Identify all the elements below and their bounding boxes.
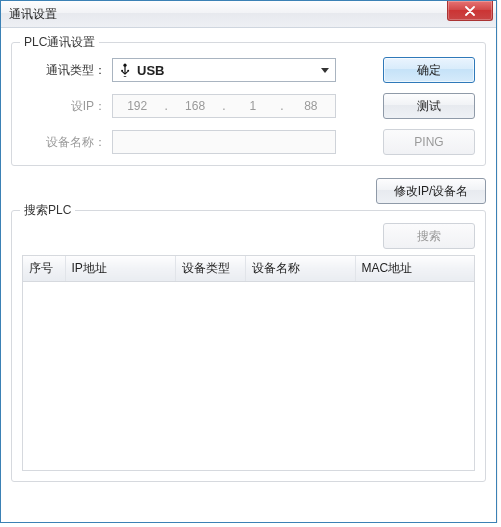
row-device-ip: 设IP： 192. 168. 1. 88 测试 bbox=[22, 93, 475, 119]
table-header-row: 序号 IP地址 设备类型 设备名称 MAC地址 bbox=[23, 256, 474, 282]
device-name-field bbox=[112, 130, 336, 154]
group-plc-comm-title: PLC通讯设置 bbox=[20, 34, 99, 51]
comm-type-value: USB bbox=[137, 63, 321, 78]
titlebar: 通讯设置 bbox=[1, 1, 496, 28]
row-search-button: 搜索 bbox=[22, 223, 475, 249]
svg-rect-2 bbox=[121, 70, 123, 72]
col-ip[interactable]: IP地址 bbox=[65, 256, 175, 282]
row-modify: 修改IP/设备名 bbox=[11, 178, 486, 204]
label-comm-type: 通讯类型： bbox=[22, 62, 112, 79]
comm-type-combobox[interactable]: USB bbox=[112, 58, 336, 82]
modify-ip-name-button[interactable]: 修改IP/设备名 bbox=[376, 178, 486, 204]
client-area: PLC通讯设置 通讯类型： bbox=[1, 28, 496, 492]
test-button[interactable]: 测试 bbox=[383, 93, 475, 119]
row-device-name: 设备名称： PING bbox=[22, 129, 475, 155]
svg-rect-1 bbox=[124, 65, 125, 74]
group-plc-comm: PLC通讯设置 通讯类型： bbox=[11, 42, 486, 166]
result-table-wrap: 序号 IP地址 设备类型 设备名称 MAC地址 bbox=[22, 255, 475, 471]
chevron-down-icon bbox=[321, 68, 329, 73]
group-search-plc-title: 搜索PLC bbox=[20, 202, 75, 219]
ip-octet-3: 1 bbox=[232, 99, 274, 113]
search-button: 搜索 bbox=[383, 223, 475, 249]
col-seq[interactable]: 序号 bbox=[23, 256, 65, 282]
usb-icon bbox=[119, 63, 131, 77]
group-search-plc: 搜索PLC 搜索 序号 IP地址 设备类型 设备名称 MAC地址 bbox=[11, 210, 486, 482]
ip-octet-2: 168 bbox=[174, 99, 216, 113]
row-comm-type: 通讯类型： USB bbox=[22, 57, 475, 83]
close-icon bbox=[465, 6, 475, 16]
label-device-name: 设备名称： bbox=[22, 134, 112, 151]
col-name[interactable]: 设备名称 bbox=[245, 256, 355, 282]
device-ip-field: 192. 168. 1. 88 bbox=[112, 94, 336, 118]
label-device-ip: 设IP： bbox=[22, 98, 112, 115]
ip-octet-1: 192 bbox=[116, 99, 158, 113]
ping-button: PING bbox=[383, 129, 475, 155]
ip-octet-4: 88 bbox=[290, 99, 332, 113]
ok-button[interactable]: 确定 bbox=[383, 57, 475, 83]
col-mac[interactable]: MAC地址 bbox=[355, 256, 474, 282]
svg-point-3 bbox=[127, 70, 129, 72]
col-type[interactable]: 设备类型 bbox=[175, 256, 245, 282]
close-button[interactable] bbox=[447, 1, 493, 21]
window-title: 通讯设置 bbox=[9, 6, 447, 23]
result-table: 序号 IP地址 设备类型 设备名称 MAC地址 bbox=[23, 256, 474, 282]
dialog-window: 通讯设置 PLC通讯设置 通讯类型： bbox=[0, 0, 497, 523]
